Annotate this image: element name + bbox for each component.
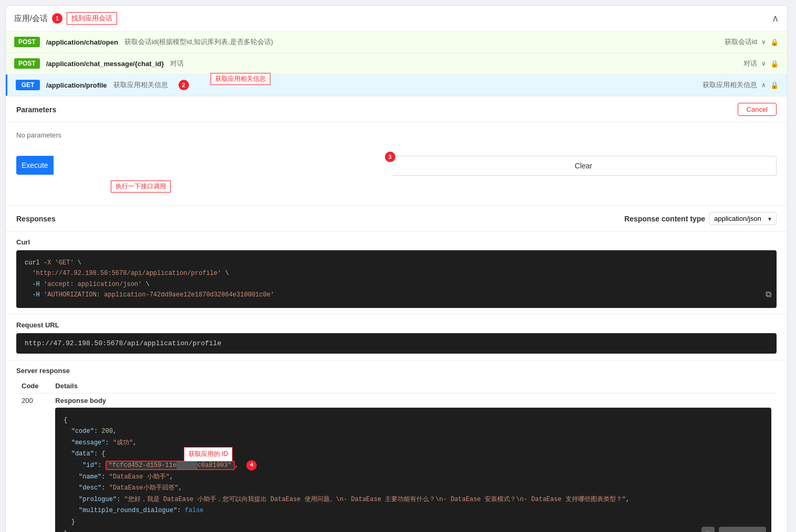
execute-row: Execute 3 执行一下接口调用 Clear	[6, 147, 787, 184]
lock-icon-1: 🔒	[770, 38, 779, 46]
annotation-get-info: 获取应用相关信息	[211, 73, 270, 85]
expanded-section: Parameters Cancel No parameters Execute …	[6, 96, 787, 532]
response-body-label: Response body	[55, 397, 771, 405]
response-content-type-select-wrapper[interactable]: application/json	[709, 212, 777, 225]
page-header: 应用/会话 1 找到应用会话 ∧	[6, 6, 787, 31]
parameters-header: Parameters Cancel	[6, 97, 787, 123]
api-row-get-profile[interactable]: GET /application/profile 获取应用相关信息 2 获取应用…	[6, 75, 787, 96]
api-path-1: /application/chat/open	[46, 38, 118, 46]
api-row-right-3: 获取应用相关信息 ∧ 🔒	[703, 80, 779, 90]
curl-copy-icon[interactable]: ⧉	[766, 288, 771, 302]
response-content-type-label: Response content type	[624, 215, 705, 223]
annotation-id: 获取应用的 ID	[184, 447, 233, 462]
request-url-value: http://47.92.198.50:5678/api/application…	[16, 333, 777, 354]
chevron-down-icon-2: ∨	[761, 60, 766, 67]
download-button[interactable]: Download	[719, 527, 766, 532]
parameters-label: Parameters	[16, 105, 56, 114]
curl-code-block: curl -X 'GET' \ 'http://47.92.198.50:567…	[16, 250, 777, 308]
responses-label: Responses	[16, 215, 56, 223]
curl-label: Curl	[16, 238, 777, 246]
no-params-text: No parameters	[6, 123, 787, 147]
step-badge-1: 1	[52, 13, 62, 24]
response-body-block: { "code": 200, "message": "成功", "data": …	[55, 408, 771, 532]
cancel-button[interactable]: Cancel	[738, 103, 777, 116]
request-url-section: Request URL http://47.92.198.50:5678/api…	[6, 315, 787, 360]
execute-button[interactable]: Execute	[16, 156, 54, 175]
chevron-up-icon-3: ∧	[761, 81, 766, 89]
api-path-3: /application/profile	[46, 81, 107, 89]
server-response-table: Code Details 200 Response body { "code	[16, 379, 777, 532]
step-badge-3: 3	[385, 152, 395, 162]
step-badge-4: 4	[246, 460, 257, 471]
api-right-label-3: 获取应用相关信息	[703, 80, 757, 90]
code-col-header: Code	[16, 379, 50, 393]
clear-button[interactable]: Clear	[391, 156, 777, 176]
step-badge-2: 2	[179, 80, 189, 90]
request-url-label: Request URL	[16, 321, 777, 329]
method-badge-post-1: POST	[14, 37, 40, 47]
api-row-right-1: 获取会话id ∨ 🔒	[725, 37, 779, 47]
chevron-down-icon-1: ∨	[761, 38, 766, 46]
table-row: 200 Response body { "code": 200, "messag…	[16, 393, 777, 532]
collapse-icon[interactable]: ∧	[772, 13, 779, 24]
response-code-cell: 200	[16, 393, 50, 532]
annotation-execute: 执行一下接口调用	[111, 180, 171, 193]
breadcrumb-area: 应用/会话 1 找到应用会话	[14, 12, 117, 25]
api-right-label-1: 获取会话id	[725, 37, 757, 47]
api-right-label-2: 对话	[743, 59, 757, 68]
response-copy-button[interactable]: ⧉	[701, 527, 715, 532]
api-path-2: /application/chat_message/{chat_id}	[46, 60, 164, 68]
api-row-post-chat-message[interactable]: POST /application/chat_message/{chat_id}…	[6, 53, 787, 75]
method-badge-post-2: POST	[14, 58, 40, 69]
details-col-header: Details	[50, 379, 777, 393]
api-row-post-chat-open[interactable]: POST /application/chat/open 获取会话id(根据模型i…	[6, 31, 787, 53]
api-row-right-2: 对话 ∨ 🔒	[743, 59, 779, 68]
response-content-type-select[interactable]: application/json	[709, 212, 777, 225]
api-desc-1: 获取会话id(根据模型id,知识库列表,是否多轮会话)	[124, 37, 273, 47]
response-body-actions: ⧉ Download	[701, 527, 766, 532]
lock-icon-2: 🔒	[770, 60, 779, 68]
server-response-section: Server response Code Details 200 Respons…	[6, 360, 787, 532]
breadcrumb: 应用/会话	[14, 14, 48, 24]
header-annotation: 找到应用会话	[67, 12, 117, 25]
response-body-cell: Response body { "code": 200, "message": …	[50, 393, 777, 532]
api-desc-2: 对话	[170, 59, 184, 68]
server-response-label: Server response	[16, 367, 777, 375]
api-row-get-profile-wrapper: GET /application/profile 获取应用相关信息 2 获取应用…	[6, 75, 787, 532]
method-badge-get-3: GET	[16, 80, 40, 90]
curl-section: Curl curl -X 'GET' \ 'http://47.92.198.5…	[6, 232, 787, 315]
responses-header: Responses Response content type applicat…	[6, 205, 787, 232]
api-desc-3: 获取应用相关信息	[113, 80, 168, 90]
lock-icon-3: 🔒	[770, 81, 779, 89]
response-content-type-area: Response content type application/json	[624, 212, 777, 225]
